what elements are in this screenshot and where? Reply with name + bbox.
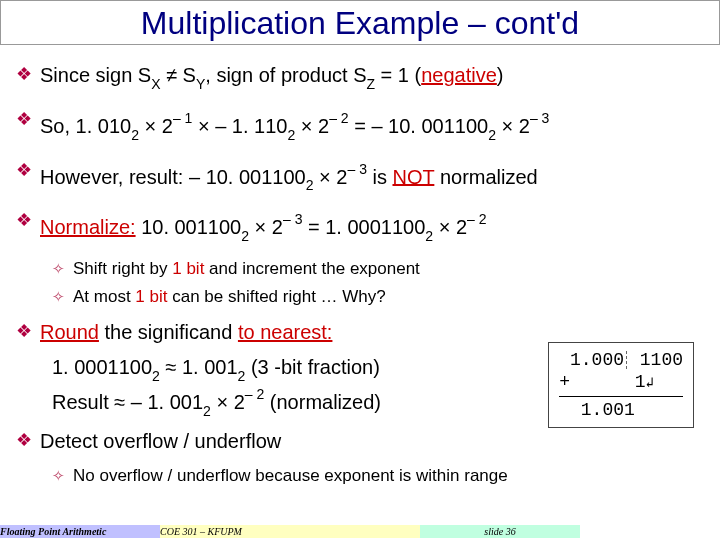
diamond-icon: ❖ bbox=[16, 61, 32, 87]
footer-right: slide 36 bbox=[420, 525, 580, 538]
diamond-icon: ❖ bbox=[16, 427, 32, 453]
footer-left: Floating Point Arithmetic bbox=[0, 525, 160, 538]
bullet-overflow: ❖ Detect overflow / underflow bbox=[16, 427, 704, 455]
sub-no-overflow: ✧ No overflow / underflow because expone… bbox=[52, 465, 704, 487]
diamond-outline-icon: ✧ bbox=[52, 286, 65, 308]
diamond-icon: ❖ bbox=[16, 318, 32, 344]
diamond-icon: ❖ bbox=[16, 157, 32, 183]
diamond-icon: ❖ bbox=[16, 207, 32, 233]
footer: Floating Point Arithmetic COE 301 – KFUP… bbox=[0, 525, 720, 538]
rounding-box: 1.000 1100 + 1↲ 1.001 bbox=[548, 342, 694, 428]
diamond-icon: ❖ bbox=[16, 106, 32, 132]
bullet-result: ❖ However, result: – 10. 0011002 × 2– 3 … bbox=[16, 157, 704, 198]
bullet-normalize: ❖ Normalize: 10. 0011002 × 2– 3 = 1. 000… bbox=[16, 207, 704, 248]
diamond-outline-icon: ✧ bbox=[52, 258, 65, 280]
diamond-outline-icon: ✧ bbox=[52, 465, 65, 487]
sub-atmost: ✧ At most 1 bit can be shifted right … W… bbox=[52, 286, 704, 308]
bullet-sign: ❖ Since sign SX ≠ SY, sign of product SZ… bbox=[16, 61, 704, 96]
footer-mid: COE 301 – KFUPM bbox=[160, 525, 420, 538]
bullet-product: ❖ So, 1. 0102 × 2– 1 × – 1. 1102 × 2– 2 … bbox=[16, 106, 704, 147]
sub-shift: ✧ Shift right by 1 bit and increment the… bbox=[52, 258, 704, 280]
slide-title: Multiplication Example – cont'd bbox=[1, 1, 719, 44]
